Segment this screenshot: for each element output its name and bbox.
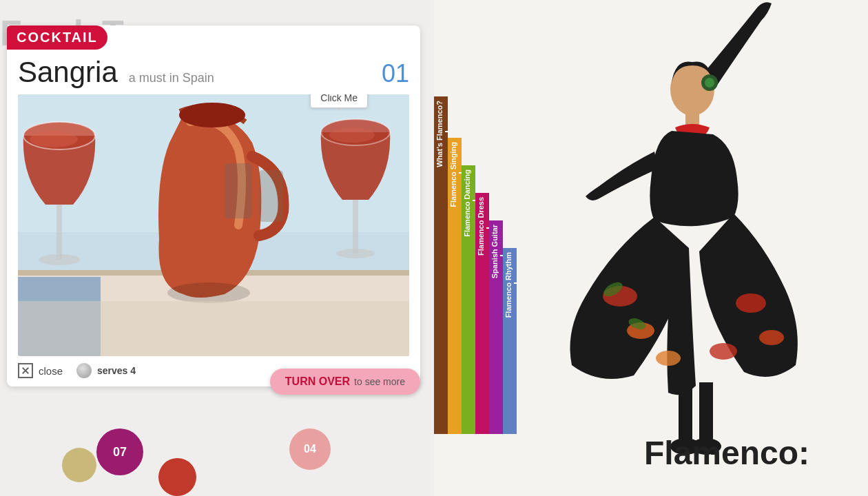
right-panel: Culture - Flamenco What's Flamenco? Flam… [434, 0, 868, 496]
close-icon [18, 363, 33, 378]
bar-label-2: Flamenco Singing [448, 138, 459, 211]
cocktail-title: Sangria [18, 56, 118, 89]
circle-red-small [158, 458, 196, 496]
bar-spanish-guitar[interactable]: Spanish Guitar [489, 220, 503, 434]
svg-point-28 [759, 330, 784, 345]
bar-flamenco-dress[interactable]: Flamenco Dress [475, 193, 489, 434]
flamenco-label: Flamenco: [644, 434, 809, 472]
bar-label-1: What's Flamenco? [434, 96, 445, 172]
bar-label-3: Flamenco Dancing [462, 165, 473, 241]
sangria-svg [18, 94, 409, 356]
svg-rect-12 [353, 200, 358, 254]
bar-whats-flamenco[interactable]: What's Flamenco? [434, 96, 448, 434]
bar-flamenco-singing[interactable]: Flamenco Singing [448, 138, 462, 434]
left-panel: Food Tapas COCKTAIL Sangria a must in Sp… [0, 0, 434, 496]
svg-point-29 [656, 351, 681, 366]
svg-rect-17 [225, 163, 252, 218]
circle-07[interactable]: 07 [96, 428, 143, 475]
bars-container: What's Flamenco? Flamenco Singing Flamen… [434, 48, 530, 434]
badge-label: COCKTAIL [17, 30, 98, 45]
serves-info: serves 4 [76, 363, 136, 378]
circle-tan [62, 448, 96, 482]
bar-flamenco-dancing[interactable]: Flamenco Dancing [462, 165, 475, 434]
svg-point-23 [705, 78, 714, 87]
dancer-area [530, 0, 868, 455]
bar-label-5: Spanish Guitar [489, 220, 500, 282]
svg-point-9 [30, 131, 78, 147]
svg-rect-19 [18, 301, 409, 356]
cocktail-card: COCKTAIL Sangria a must in Spain 01 [7, 25, 420, 386]
card-footer: close serves 4 TURN OVER to see more [7, 356, 420, 378]
svg-point-27 [736, 293, 766, 313]
cocktail-badge: COCKTAIL [7, 25, 107, 50]
bar-flamenco-rhythm[interactable]: Flamenco Rhythm [503, 248, 517, 434]
cocktail-image: Click Me [18, 94, 409, 356]
bar-label-6: Flamenco Rhythm [503, 248, 514, 322]
close-button[interactable]: close [18, 363, 63, 378]
cocktail-number: 01 [382, 59, 409, 88]
serves-label: serves 4 [97, 365, 136, 376]
circle-04[interactable]: 04 [289, 428, 331, 470]
bar-label-4: Flamenco Dress [475, 193, 486, 260]
svg-rect-7 [56, 205, 62, 260]
svg-point-8 [39, 254, 80, 265]
svg-point-16 [167, 282, 250, 303]
svg-rect-18 [259, 170, 283, 222]
serves-icon [76, 363, 92, 378]
turn-over-button[interactable]: TURN OVER to see more [270, 369, 420, 395]
click-me-bubble[interactable]: Click Me [310, 94, 368, 108]
svg-point-13 [336, 249, 375, 258]
dancer-svg [530, 0, 861, 455]
turn-over-bold: TURN OVER [285, 375, 350, 388]
svg-point-15 [179, 103, 245, 127]
turn-over-rest: to see more [354, 376, 405, 387]
svg-point-30 [710, 343, 737, 360]
cocktail-subtitle: a must in Spain [129, 71, 371, 85]
svg-point-14 [329, 127, 375, 143]
